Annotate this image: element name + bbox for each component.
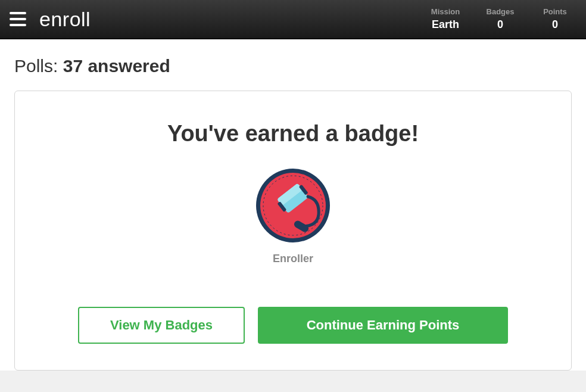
continue-earning-points-button[interactable]: Continue Earning Points	[258, 307, 508, 344]
points-stat: Points 0	[538, 7, 572, 31]
view-my-badges-button[interactable]: View My Badges	[78, 307, 245, 344]
card-title: You've earned a badge!	[39, 121, 547, 147]
points-value: 0	[538, 18, 572, 31]
badge-name-label: Enroller	[39, 253, 547, 265]
points-label: Points	[538, 7, 572, 16]
badge-earned-card: You've earned a badge! Enroller	[14, 91, 572, 371]
badge-icon	[254, 167, 332, 244]
badges-stat: Badges 0	[484, 7, 517, 31]
mission-value: Earth	[429, 18, 462, 31]
header-stats: Mission Earth Badges 0 Points 0	[429, 7, 579, 31]
app-logo[interactable]: enroll	[39, 8, 91, 31]
polls-count: 37 answered	[63, 56, 170, 76]
mission-label: Mission	[429, 7, 462, 16]
polls-prefix: Polls:	[14, 56, 63, 76]
hamburger-menu-icon[interactable]	[7, 10, 29, 29]
polls-heading: Polls: 37 answered	[14, 56, 572, 76]
main-content: Polls: 37 answered You've earned a badge…	[0, 39, 586, 371]
mission-stat: Mission Earth	[429, 7, 462, 31]
badges-value: 0	[484, 18, 517, 31]
top-header: enroll Mission Earth Badges 0 Points 0	[0, 0, 586, 39]
button-row: View My Badges Continue Earning Points	[39, 307, 547, 344]
header-left: enroll	[7, 8, 91, 31]
badges-label: Badges	[484, 7, 517, 16]
